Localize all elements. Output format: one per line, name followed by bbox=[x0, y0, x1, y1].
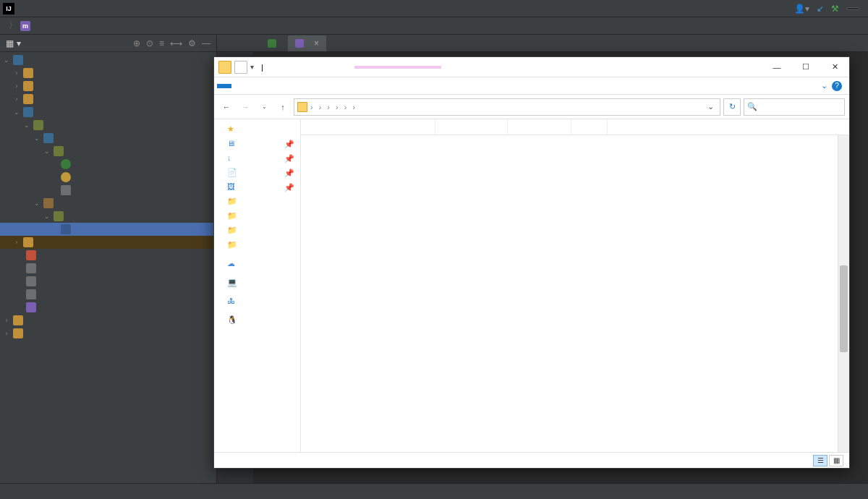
tab-helloapp[interactable] bbox=[260, 35, 286, 51]
explorer-titlebar[interactable]: ▾ | — ☐ ✕ bbox=[214, 57, 849, 77]
explorer-sidebar[interactable]: ★ 🖥📌 ↓📌 📄📌 🖼📌 📁 📁 📁 📁 ☁ 💻 🖧 🐧 bbox=[214, 119, 301, 452]
scroll-thumb[interactable] bbox=[840, 265, 848, 352]
side-downloads[interactable]: ↓📌 bbox=[214, 151, 300, 166]
menu-view[interactable] bbox=[39, 7, 49, 11]
help-icon[interactable]: ? bbox=[832, 81, 842, 91]
tree-hide-icon[interactable]: ⟷ bbox=[170, 38, 182, 48]
side-network[interactable]: 🖧 bbox=[214, 294, 300, 309]
search-input[interactable]: 🔍 bbox=[744, 98, 845, 116]
ide-menubar: IJ 👤▾ ↙ ⚒ bbox=[0, 0, 868, 17]
tree-target-icon[interactable]: ⊙ bbox=[146, 38, 153, 48]
minimize-button[interactable]: — bbox=[762, 57, 791, 77]
refresh-button[interactable]: ↻ bbox=[723, 98, 741, 116]
menu-window[interactable] bbox=[120, 7, 130, 11]
menu-vcs[interactable] bbox=[110, 7, 120, 11]
side-weather[interactable]: 📁 bbox=[214, 209, 300, 223]
side-thispc[interactable]: 💻 bbox=[214, 276, 300, 290]
side-pictures[interactable]: 🖼📌 bbox=[214, 180, 300, 195]
ribbon-view[interactable] bbox=[265, 84, 279, 88]
menu-build[interactable] bbox=[80, 7, 90, 11]
scrollbar[interactable] bbox=[838, 135, 849, 452]
nav-fwd-button[interactable]: → bbox=[237, 99, 253, 115]
explorer-window: ▾ | — ☐ ✕ ⌄? ← → ⌄ ↑ › › › › › › ⌄ ↻ bbox=[213, 56, 850, 469]
col-name[interactable] bbox=[305, 119, 435, 135]
col-date[interactable] bbox=[435, 119, 508, 135]
qat-dropdown-icon[interactable]: ▾ bbox=[250, 63, 254, 71]
user-icon[interactable]: 👤▾ bbox=[794, 4, 809, 14]
menu-run[interactable] bbox=[90, 7, 100, 11]
menu-file[interactable] bbox=[19, 7, 29, 11]
ribbon-file[interactable] bbox=[217, 84, 231, 88]
col-type[interactable] bbox=[508, 119, 571, 135]
project-label: ▦ bbox=[6, 38, 14, 48]
vcs-arrow-icon[interactable]: ↙ bbox=[817, 4, 824, 14]
tree-collapse-icon[interactable]: ⊕ bbox=[133, 38, 140, 48]
side-onedrive[interactable]: ☁ bbox=[214, 257, 300, 271]
close-button[interactable]: ✕ bbox=[820, 57, 849, 77]
side-spring[interactable]: 📁 bbox=[214, 195, 300, 209]
project-panel: ▦ ▾ ⊕ ⊙ ≡ ⟷ ⚙ — ⌄ › › › ⌄ ⌄ ⌄ ⌄ ⌄ bbox=[0, 35, 217, 483]
tree-minus-icon[interactable]: — bbox=[202, 38, 210, 48]
side-shop[interactable]: 📁 bbox=[214, 238, 300, 252]
ide-statusbar bbox=[0, 483, 868, 499]
menu-code[interactable] bbox=[59, 7, 69, 11]
ribbon-share[interactable] bbox=[249, 84, 263, 88]
menu-tools[interactable] bbox=[100, 7, 110, 11]
explorer-addressbar: ← → ⌄ ↑ › › › › › › ⌄ ↻ 🔍 bbox=[214, 95, 849, 119]
column-headers[interactable] bbox=[301, 119, 849, 135]
maven-icon: m bbox=[20, 21, 30, 31]
ribbon-expand-icon[interactable]: ⌄ bbox=[821, 81, 827, 91]
view-details-button[interactable]: ☰ bbox=[813, 455, 827, 466]
ribbon-app-tools[interactable] bbox=[281, 84, 295, 88]
tree-expand-icon[interactable]: ≡ bbox=[159, 38, 164, 48]
address-box[interactable]: › › › › › › ⌄ bbox=[294, 98, 720, 116]
side-quick-access[interactable]: ★ bbox=[214, 122, 300, 137]
explorer-filelist bbox=[301, 119, 849, 452]
col-size[interactable] bbox=[571, 119, 608, 135]
maximize-button[interactable]: ☐ bbox=[791, 57, 820, 77]
nav-up-button[interactable]: ↑ bbox=[275, 99, 291, 115]
project-tree[interactable]: ⌄ › › › ⌄ ⌄ ⌄ ⌄ ⌄ ⌄ › › › bbox=[0, 52, 216, 483]
side-documents[interactable]: 📄📌 bbox=[214, 166, 300, 180]
editor-tabs: × bbox=[217, 35, 868, 52]
menu-edit[interactable] bbox=[29, 7, 39, 11]
ide-navbar: 〉 m bbox=[0, 17, 868, 35]
tree-settings-icon[interactable]: ⚙ bbox=[188, 38, 196, 48]
nav-back-button[interactable]: ← bbox=[218, 99, 234, 115]
ribbon-context-tab[interactable] bbox=[354, 66, 441, 69]
side-mir[interactable]: 📁 bbox=[214, 223, 300, 238]
menu-help[interactable] bbox=[130, 7, 140, 11]
side-linux[interactable]: 🐧 bbox=[214, 313, 300, 328]
view-icons-button[interactable]: ▦ bbox=[829, 455, 843, 466]
side-desktop[interactable]: 🖥📌 bbox=[214, 137, 300, 151]
explorer-statusbar: ☰ ▦ bbox=[214, 452, 849, 468]
tab-pom[interactable]: × bbox=[288, 35, 326, 51]
file-rows[interactable] bbox=[301, 135, 849, 452]
nav-recent-icon[interactable]: ⌄ bbox=[256, 99, 272, 115]
menu-navigate[interactable] bbox=[49, 7, 59, 11]
menu-refactor[interactable] bbox=[69, 7, 80, 11]
build-hammer-icon[interactable]: ⚒ bbox=[831, 4, 839, 14]
explorer-ribbon: ⌄? bbox=[214, 77, 849, 95]
address-dropdown-icon[interactable]: ⌄ bbox=[704, 102, 717, 111]
folder-icon bbox=[218, 61, 231, 74]
search-icon: 🔍 bbox=[747, 102, 757, 111]
run-config[interactable] bbox=[846, 7, 859, 10]
folder-icon bbox=[297, 102, 307, 112]
ide-logo-icon: IJ bbox=[3, 3, 14, 14]
explorer-qat-icon[interactable] bbox=[234, 61, 247, 74]
ribbon-home[interactable] bbox=[233, 84, 247, 88]
